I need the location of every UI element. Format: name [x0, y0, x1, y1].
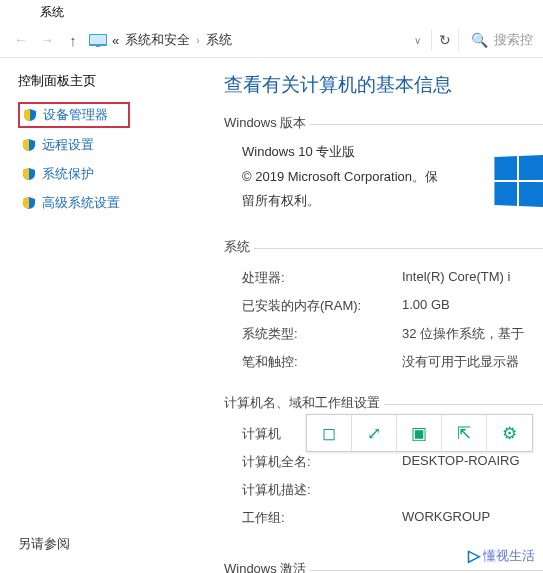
sidebar-heading[interactable]: 控制面板主页 — [18, 72, 220, 90]
main-content: 控制面板主页 设备管理器 远程设置 系统保护 高级系统设置 另请参阅 查看有关计… — [0, 72, 543, 573]
search-input[interactable]: 🔍 搜索控 — [463, 31, 533, 49]
overlay-toolbar: ◻ ⤢ ▣ ⇱ ⚙ — [306, 414, 533, 452]
spec-row: 已安装的内存(RAM): 1.00 GB — [224, 292, 543, 320]
spec-value: 1.00 GB — [402, 297, 543, 315]
refresh-button[interactable]: ↻ — [431, 29, 459, 51]
share-icon[interactable]: ⇱ — [442, 415, 487, 451]
spec-row: 系统类型: 32 位操作系统，基于 — [224, 320, 543, 348]
spec-label: 系统类型: — [242, 325, 402, 343]
shield-icon — [22, 138, 36, 152]
gear-icon[interactable]: ⚙ — [487, 415, 532, 451]
spec-label: 处理器: — [242, 269, 402, 287]
sidebar-item-protection[interactable]: 系统保护 — [18, 162, 220, 186]
divider — [254, 248, 543, 264]
control-panel-icon — [88, 32, 108, 48]
shield-icon — [23, 108, 37, 122]
search-placeholder: 搜索控 — [494, 31, 533, 49]
spec-label: 计算机描述: — [242, 481, 402, 499]
capture-icon[interactable]: ◻ — [307, 415, 352, 451]
spec-label: 已安装的内存(RAM): — [242, 297, 402, 315]
sidebar-item-label: 高级系统设置 — [42, 194, 120, 212]
forward-button[interactable]: → — [36, 29, 58, 51]
spec-row: 笔和触控: 没有可用于此显示器 — [224, 348, 543, 376]
spec-value: 没有可用于此显示器 — [402, 353, 543, 371]
section-activation: Windows 激活 — [224, 560, 306, 573]
divider — [310, 124, 543, 140]
spec-label: 计算机全名: — [242, 453, 402, 471]
watermark-text: 懂视生活 — [483, 547, 535, 565]
svg-rect-1 — [90, 35, 106, 44]
window-title: 系统 — [0, 0, 543, 23]
section-system: 系统 — [224, 238, 250, 256]
section-computer: 计算机名、域和工作组设置 — [224, 394, 380, 412]
see-also-heading: 另请参阅 — [18, 535, 70, 553]
sidebar-item-advanced[interactable]: 高级系统设置 — [18, 191, 220, 215]
spec-label: 工作组: — [242, 509, 402, 527]
watermark-icon: ▷ — [468, 546, 480, 565]
spec-row: 处理器: Intel(R) Core(TM) i — [224, 264, 543, 292]
save-icon[interactable]: ▣ — [397, 415, 442, 451]
sidebar-item-label: 系统保护 — [42, 165, 94, 183]
edition-block: Windows 10 专业版 © 2019 Microsoft Corporat… — [224, 140, 543, 214]
svg-rect-2 — [96, 46, 100, 47]
watermark: ▷ 懂视生活 — [468, 546, 535, 565]
shield-icon — [22, 167, 36, 181]
spec-row: 工作组: WORKGROUP — [224, 504, 543, 532]
dropdown-icon[interactable]: ∨ — [414, 35, 421, 46]
sidebar-item-remote[interactable]: 远程设置 — [18, 133, 220, 157]
sidebar-item-device-manager[interactable]: 设备管理器 — [18, 102, 130, 128]
windows-logo-icon — [493, 156, 543, 206]
breadcrumb[interactable]: « 系统和安全 › 系统 — [112, 31, 396, 49]
breadcrumb-prefix: « — [112, 33, 119, 48]
navigation-bar: ← → ↑ « 系统和安全 › 系统 ∨ ↻ 🔍 搜索控 — [0, 23, 543, 58]
sidebar: 控制面板主页 设备管理器 远程设置 系统保护 高级系统设置 另请参阅 — [0, 72, 220, 573]
content-pane: 查看有关计算机的基本信息 Windows 版本 Windows 10 专业版 ©… — [220, 72, 543, 573]
back-button[interactable]: ← — [10, 29, 32, 51]
spec-value: DESKTOP-ROAIRG — [402, 453, 543, 471]
spec-value — [402, 481, 543, 499]
spec-value: 32 位操作系统，基于 — [402, 325, 543, 343]
expand-icon[interactable]: ⤢ — [352, 415, 397, 451]
up-button[interactable]: ↑ — [62, 29, 84, 51]
spec-row: 计算机描述: — [224, 476, 543, 504]
section-edition: Windows 版本 — [224, 114, 306, 132]
sidebar-item-label: 设备管理器 — [43, 106, 108, 124]
spec-label: 笔和触控: — [242, 353, 402, 371]
search-icon: 🔍 — [471, 32, 488, 48]
spec-value: WORKGROUP — [402, 509, 543, 527]
spec-value: Intel(R) Core(TM) i — [402, 269, 543, 287]
sidebar-item-label: 远程设置 — [42, 136, 94, 154]
copyright-text: © 2019 Microsoft Corporation。保留所有权利。 — [242, 165, 442, 214]
chevron-right-icon: › — [196, 35, 199, 46]
breadcrumb-item[interactable]: 系统 — [206, 31, 232, 49]
shield-icon — [22, 196, 36, 210]
breadcrumb-item[interactable]: 系统和安全 — [125, 31, 190, 49]
spec-row: 计算机全名: DESKTOP-ROAIRG — [224, 448, 543, 476]
page-title: 查看有关计算机的基本信息 — [224, 72, 543, 98]
